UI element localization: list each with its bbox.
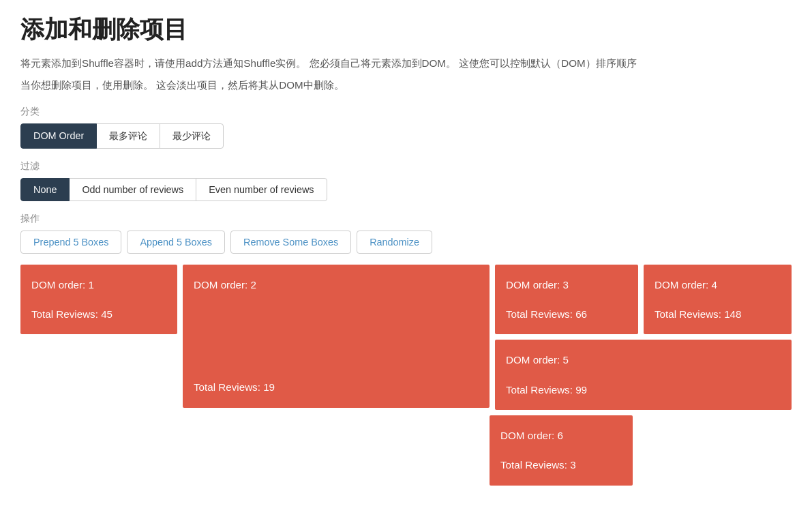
append-button[interactable]: Append 5 Boxes [127, 231, 225, 254]
card-2-order: DOM order: 2 [194, 276, 479, 294]
randomize-button[interactable]: Randomize [357, 231, 432, 254]
remove-button[interactable]: Remove Some Boxes [230, 231, 351, 254]
page-title: 添加和删除项目 [20, 14, 792, 46]
card-1: DOM order: 1 Total Reviews: 45 [20, 265, 177, 335]
card-1-order: DOM order: 1 [31, 276, 166, 294]
card-5-order: DOM order: 5 [506, 351, 781, 369]
description-1: 将元素添加到Shuffle容器时，请使用add方法通知Shuffle实例。 您必… [20, 55, 792, 72]
sort-most-reviews[interactable]: 最多评论 [96, 123, 160, 149]
actions-group: Prepend 5 Boxes Append 5 Boxes Remove So… [20, 231, 792, 254]
card-6: DOM order: 6 Total Reviews: 3 [490, 415, 633, 486]
card-1-reviews: Total Reviews: 45 [31, 305, 166, 323]
sort-label: 分类 [20, 105, 792, 118]
card-3: DOM order: 3 Total Reviews: 66 [495, 265, 638, 335]
description-2: 当你想删除项目，使用删除。 这会淡出项目，然后将其从DOM中删除。 [20, 77, 792, 93]
card-6-order: DOM order: 6 [500, 426, 622, 445]
card-5: DOM order: 5 Total Reviews: 99 [495, 340, 792, 410]
sort-group: DOM Order 最多评论 最少评论 [20, 123, 792, 149]
card-2-reviews: Total Reviews: 19 [194, 378, 479, 396]
card-3-reviews: Total Reviews: 66 [506, 305, 627, 323]
actions-label: 操作 [20, 212, 792, 225]
card-2: DOM order: 2 Total Reviews: 19 [183, 265, 490, 408]
sort-least-reviews[interactable]: 最少评论 [160, 123, 224, 149]
card-3-order: DOM order: 3 [506, 276, 627, 294]
card-6-reviews: Total Reviews: 3 [500, 456, 622, 474]
card-4: DOM order: 4 Total Reviews: 148 [644, 265, 792, 335]
sort-dom-order[interactable]: DOM Order [20, 123, 97, 149]
card-4-order: DOM order: 4 [655, 276, 781, 294]
filter-group: None Odd number of reviews Even number o… [20, 178, 792, 201]
filter-even[interactable]: Even number of reviews [196, 178, 327, 201]
filter-label: 过滤 [20, 160, 792, 173]
filter-odd[interactable]: Odd number of reviews [69, 178, 196, 201]
card-5-reviews: Total Reviews: 99 [506, 381, 781, 399]
card-4-reviews: Total Reviews: 148 [655, 305, 781, 323]
prepend-button[interactable]: Prepend 5 Boxes [20, 231, 121, 254]
filter-none[interactable]: None [20, 178, 70, 201]
